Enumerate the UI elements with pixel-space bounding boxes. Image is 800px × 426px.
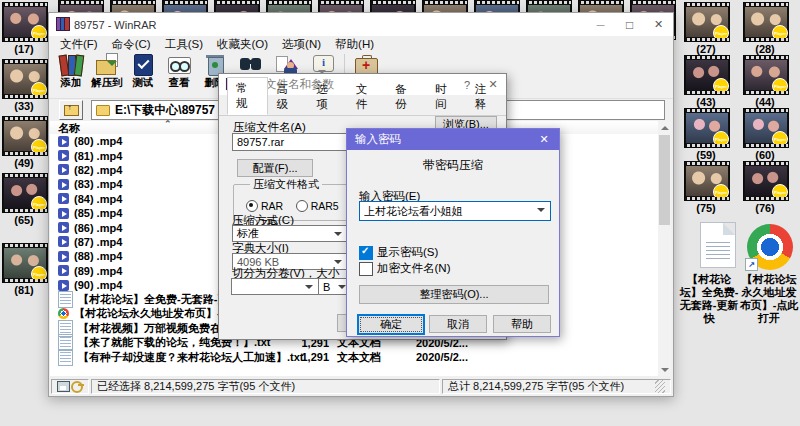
title-bar[interactable]: 89757 - WinRAR [49,13,673,36]
status-total-text: 总计 8,214,599,275 字节(95 个文件) [448,379,624,394]
vertical-scrollbar[interactable] [658,121,671,376]
chrome-icon [747,224,793,270]
desktop-video-icon[interactable]: Player (60) [743,108,791,162]
tab-time[interactable]: 时间 [427,79,466,115]
desktop-icon-label: (81) [0,284,50,297]
test-button[interactable]: 测试 [125,52,161,96]
resize-grip[interactable] [655,380,665,393]
player-badge: Player [31,25,47,41]
close-icon[interactable] [529,129,559,150]
toolbar-label: 查看 [169,77,190,88]
close-button[interactable] [644,13,673,36]
radio-rar[interactable]: RAR [246,200,283,212]
menu-options[interactable]: 选项(N) [275,37,328,52]
password-dialog: 输入密码 带密码压缩 输入密码(E) 上村花论坛看小姐姐 显示密码(S) 加密文… [346,128,560,337]
menu-tools[interactable]: 工具(S) [158,37,210,52]
profile-button[interactable]: 配置(F)... [237,159,313,177]
desktop-icon-label: 【村花论坛永久地址发布页】-点此打开 [738,273,800,325]
password-input[interactable]: 上村花论坛看小姐姐 [359,201,551,221]
menu-bar: 文件(F) 命令(C) 工具(S) 收藏夹(O) 选项(N) 帮助(H) [49,36,673,52]
dialog-title-bar[interactable]: 输入密码 [347,129,559,150]
desktop-video-icon[interactable]: Player (49) [2,116,50,170]
file-icon [58,280,69,291]
file-name: (87) .mp4 [74,236,122,248]
desktop-icon-label: (17) [0,43,50,56]
file-name: (86) .mp4 [74,222,122,234]
checkbox-checked-icon [359,246,373,260]
address-path: E:\下载中心\89757 [115,102,215,119]
player-badge: Player [713,131,729,147]
radio-rar5[interactable]: RAR5 [296,200,339,212]
dialog-tabs: 常规 高级 选项 文件 备份 时间 注释 [219,95,506,116]
desktop-video-icon[interactable]: Player (44) [743,55,791,109]
file-icon [58,265,69,276]
tab-comment[interactable]: 注释 [466,79,505,115]
table-row[interactable]: 【有种子却没速度？来村花论坛人工加速】.txt 1,291 文本文档 2020/… [50,350,658,364]
help-button[interactable]: 帮助 [493,315,551,333]
tab-options[interactable]: 选项 [308,79,347,115]
desktop-video-icon[interactable]: Player (76) [743,161,791,215]
desktop-icon-label: (49) [0,157,50,170]
minimize-button[interactable] [586,13,615,36]
split-size-combo[interactable] [231,278,319,295]
desktop-video-icon[interactable]: Player (59) [684,108,732,162]
scroll-down-icon[interactable] [658,363,671,376]
show-password-checkbox[interactable]: 显示密码(S) [359,245,438,260]
desktop-video-icon[interactable]: Player (27) [684,2,732,56]
desktop-video-icon[interactable]: Player (17) [2,2,50,56]
chrome-shortcut-label-wrap[interactable]: 【村花论坛永久地址发布页】-点此打开 [738,272,800,325]
player-badge: Player [31,266,47,282]
tab-files[interactable]: 文件 [348,79,387,115]
ok-button[interactable]: 确定 [357,314,425,335]
menu-commands[interactable]: 命令(C) [105,37,158,52]
file-icon [58,349,73,366]
scroll-up-icon[interactable] [658,121,671,134]
add-button[interactable]: 添加 [53,52,89,96]
file-name: (84) .mp4 [74,193,122,205]
encrypt-names-checkbox[interactable]: 加密文件名(N) [359,261,450,276]
desktop-video-icon[interactable]: Player (43) [684,55,732,109]
file-date: 2020/5/2... [416,351,468,363]
desktop-video-icon[interactable]: Player (33) [2,59,50,113]
menu-file[interactable]: 文件(F) [53,37,105,52]
scrollbar-thumb[interactable] [659,135,670,225]
menu-help[interactable]: 帮助(H) [328,37,381,52]
tab-general[interactable]: 常规 [227,77,268,115]
txt-shortcut-icon[interactable] [700,222,736,268]
file-icon [58,208,69,219]
password-heading: 带密码压缩 [347,157,559,174]
chrome-shortcut-icon[interactable] [747,224,793,270]
view-icon [166,52,192,77]
tab-backup[interactable]: 备份 [387,79,426,115]
desktop: Player (17) Player (33) Player (49) Play… [0,0,800,426]
extract-to-button[interactable]: 解压到 [89,52,125,96]
desktop-video-icon[interactable]: Player (65) [2,173,50,227]
txt-shortcut-label-wrap[interactable]: 【村花论坛】全免费-无套路-更新快 [678,272,740,325]
key-icon [71,381,83,393]
file-icon [58,291,73,308]
player-badge: Player [31,196,47,212]
tab-advanced[interactable]: 高级 [269,79,308,115]
checkbox-label: 加密文件名(N) [377,261,450,276]
cancel-button[interactable]: 取消 [429,315,487,333]
file-name: (89) .mp4 [74,265,122,277]
disk-icon [57,381,70,392]
desktop-video-icon[interactable]: Player (75) [684,161,732,215]
file-icon [58,236,69,247]
desktop-video-icon[interactable]: Player (28) [743,2,791,56]
winrar-app-icon [56,18,69,31]
maximize-button[interactable] [615,13,644,36]
compression-method-combo[interactable]: 标准 [232,225,348,242]
status-total: 总计 8,214,599,275 字节(95 个文件) [442,379,671,394]
menu-favorites[interactable]: 收藏夹(O) [210,37,275,52]
player-badge: Player [772,78,788,94]
player-badge: Player [713,78,729,94]
status-selected: 已经选择 8,214,599,275 字节(95 个文件) [91,379,440,394]
view-button[interactable]: 查看 [161,52,197,96]
file-type: 文本文档 [337,350,381,365]
organize-passwords-button[interactable]: 整理密码(O)... [359,285,549,304]
desktop-video-icon[interactable]: Player (81) [2,243,50,297]
add-archive-icon [58,52,84,77]
up-folder-button[interactable] [59,100,83,120]
status-icons-cell [51,379,89,394]
